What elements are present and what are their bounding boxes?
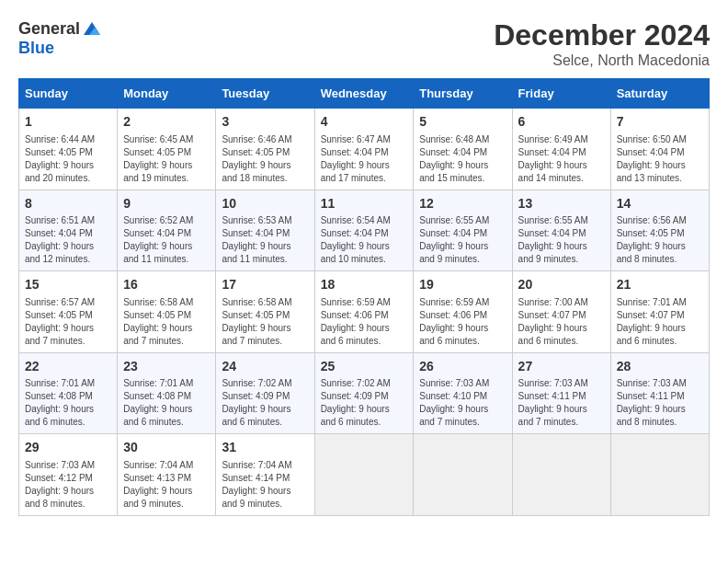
day-info: Sunrise: 7:03 AMSunset: 4:10 PMDaylight:… — [419, 377, 506, 429]
calendar-cell — [512, 434, 610, 516]
calendar-cell: 25Sunrise: 7:02 AMSunset: 4:09 PMDayligh… — [314, 352, 414, 434]
calendar-cell: 31Sunrise: 7:04 AMSunset: 4:14 PMDayligh… — [216, 434, 314, 516]
weekday-header-wednesday: Wednesday — [314, 79, 414, 109]
calendar-cell: 11Sunrise: 6:54 AMSunset: 4:04 PMDayligh… — [314, 190, 414, 271]
weekday-header-monday: Monday — [118, 79, 216, 109]
calendar-cell: 10Sunrise: 6:53 AMSunset: 4:04 PMDayligh… — [216, 190, 314, 271]
day-info: Sunrise: 6:53 AMSunset: 4:04 PMDaylight:… — [222, 214, 308, 266]
calendar-cell: 7Sunrise: 6:50 AMSunset: 4:04 PMDaylight… — [610, 109, 709, 190]
weekday-header-thursday: Thursday — [414, 79, 512, 109]
day-number: 24 — [222, 358, 308, 376]
day-number: 21 — [617, 276, 703, 294]
day-info: Sunrise: 6:48 AMSunset: 4:04 PMDaylight:… — [419, 133, 506, 185]
weekday-header-row: SundayMondayTuesdayWednesdayThursdayFrid… — [19, 79, 710, 109]
calendar-cell: 29Sunrise: 7:03 AMSunset: 4:12 PMDayligh… — [19, 434, 118, 516]
calendar-cell: 30Sunrise: 7:04 AMSunset: 4:13 PMDayligh… — [118, 434, 216, 516]
calendar-table: SundayMondayTuesdayWednesdayThursdayFrid… — [18, 78, 710, 516]
logo-general-text: General — [18, 19, 80, 39]
day-info: Sunrise: 6:57 AMSunset: 4:05 PMDaylight:… — [25, 296, 111, 348]
day-info: Sunrise: 7:02 AMSunset: 4:09 PMDaylight:… — [222, 377, 308, 429]
day-info: Sunrise: 6:56 AMSunset: 4:05 PMDaylight:… — [617, 214, 703, 266]
day-info: Sunrise: 7:01 AMSunset: 4:08 PMDaylight:… — [25, 377, 111, 429]
weekday-header-saturday: Saturday — [610, 79, 709, 109]
weekday-header-friday: Friday — [512, 79, 610, 109]
day-info: Sunrise: 7:02 AMSunset: 4:09 PMDaylight:… — [321, 377, 408, 429]
month-title: December 2024 — [494, 18, 710, 52]
logo-blue-text: Blue — [18, 39, 54, 58]
title-block: December 2024 Selce, North Macedonia — [494, 18, 710, 69]
day-number: 2 — [123, 113, 210, 132]
calendar-cell: 13Sunrise: 6:55 AMSunset: 4:04 PMDayligh… — [512, 190, 610, 271]
day-number: 31 — [222, 439, 308, 457]
day-number: 25 — [321, 358, 408, 376]
day-number: 1 — [25, 113, 111, 132]
day-number: 5 — [419, 113, 506, 132]
calendar-cell: 14Sunrise: 6:56 AMSunset: 4:05 PMDayligh… — [610, 190, 709, 271]
day-number: 19 — [419, 276, 506, 294]
day-info: Sunrise: 6:58 AMSunset: 4:05 PMDaylight:… — [222, 296, 308, 348]
calendar-cell: 21Sunrise: 7:01 AMSunset: 4:07 PMDayligh… — [610, 271, 709, 353]
day-number: 28 — [617, 358, 703, 376]
day-info: Sunrise: 7:03 AMSunset: 4:11 PMDaylight:… — [617, 377, 703, 429]
day-info: Sunrise: 7:01 AMSunset: 4:08 PMDaylight:… — [123, 377, 210, 429]
day-info: Sunrise: 7:03 AMSunset: 4:12 PMDaylight:… — [25, 459, 111, 511]
logo: General Blue — [18, 18, 102, 58]
calendar-week-row: 15Sunrise: 6:57 AMSunset: 4:05 PMDayligh… — [19, 271, 710, 353]
day-info: Sunrise: 6:44 AMSunset: 4:05 PMDaylight:… — [25, 133, 111, 185]
calendar-cell: 1Sunrise: 6:44 AMSunset: 4:05 PMDaylight… — [19, 109, 118, 190]
weekday-header-sunday: Sunday — [19, 79, 118, 109]
calendar-cell: 23Sunrise: 7:01 AMSunset: 4:08 PMDayligh… — [118, 352, 216, 434]
calendar-cell: 20Sunrise: 7:00 AMSunset: 4:07 PMDayligh… — [512, 271, 610, 353]
calendar-week-row: 29Sunrise: 7:03 AMSunset: 4:12 PMDayligh… — [19, 434, 710, 516]
calendar-cell: 3Sunrise: 6:46 AMSunset: 4:05 PMDaylight… — [216, 109, 314, 190]
day-number: 3 — [222, 113, 308, 132]
day-number: 11 — [321, 195, 408, 213]
day-info: Sunrise: 7:03 AMSunset: 4:11 PMDaylight:… — [518, 377, 605, 429]
calendar-cell: 17Sunrise: 6:58 AMSunset: 4:05 PMDayligh… — [216, 271, 314, 353]
day-info: Sunrise: 7:01 AMSunset: 4:07 PMDaylight:… — [617, 296, 703, 348]
calendar-cell: 18Sunrise: 6:59 AMSunset: 4:06 PMDayligh… — [314, 271, 414, 353]
day-number: 20 — [518, 276, 605, 294]
calendar-cell — [414, 434, 512, 516]
page-header: General Blue December 2024 Selce, North … — [18, 18, 710, 69]
day-info: Sunrise: 6:55 AMSunset: 4:04 PMDaylight:… — [518, 214, 605, 266]
day-number: 14 — [617, 195, 703, 213]
day-number: 12 — [419, 195, 506, 213]
day-info: Sunrise: 7:04 AMSunset: 4:13 PMDaylight:… — [123, 459, 210, 511]
day-info: Sunrise: 6:46 AMSunset: 4:05 PMDaylight:… — [222, 133, 308, 185]
day-number: 18 — [321, 276, 408, 294]
day-number: 22 — [25, 358, 111, 376]
calendar-cell: 27Sunrise: 7:03 AMSunset: 4:11 PMDayligh… — [512, 352, 610, 434]
day-number: 7 — [617, 113, 703, 132]
calendar-cell: 19Sunrise: 6:59 AMSunset: 4:06 PMDayligh… — [414, 271, 512, 353]
day-info: Sunrise: 6:54 AMSunset: 4:04 PMDaylight:… — [321, 214, 408, 266]
day-number: 29 — [25, 439, 111, 457]
day-number: 10 — [222, 195, 308, 213]
day-number: 16 — [123, 276, 210, 294]
calendar-cell: 16Sunrise: 6:58 AMSunset: 4:05 PMDayligh… — [118, 271, 216, 353]
calendar-cell: 28Sunrise: 7:03 AMSunset: 4:11 PMDayligh… — [610, 352, 709, 434]
day-info: Sunrise: 6:49 AMSunset: 4:04 PMDaylight:… — [518, 133, 605, 185]
calendar-cell: 9Sunrise: 6:52 AMSunset: 4:04 PMDaylight… — [118, 190, 216, 271]
calendar-week-row: 8Sunrise: 6:51 AMSunset: 4:04 PMDaylight… — [19, 190, 710, 271]
day-info: Sunrise: 7:00 AMSunset: 4:07 PMDaylight:… — [518, 296, 605, 348]
day-info: Sunrise: 6:59 AMSunset: 4:06 PMDaylight:… — [321, 296, 408, 348]
calendar-week-row: 22Sunrise: 7:01 AMSunset: 4:08 PMDayligh… — [19, 352, 710, 434]
day-number: 27 — [518, 358, 605, 376]
calendar-cell: 26Sunrise: 7:03 AMSunset: 4:10 PMDayligh… — [414, 352, 512, 434]
location-text: Selce, North Macedonia — [494, 52, 710, 69]
calendar-cell — [610, 434, 709, 516]
calendar-cell — [314, 434, 414, 516]
calendar-cell: 4Sunrise: 6:47 AMSunset: 4:04 PMDaylight… — [314, 109, 414, 190]
day-info: Sunrise: 6:47 AMSunset: 4:04 PMDaylight:… — [321, 133, 408, 185]
calendar-week-row: 1Sunrise: 6:44 AMSunset: 4:05 PMDaylight… — [19, 109, 710, 190]
day-info: Sunrise: 6:51 AMSunset: 4:04 PMDaylight:… — [25, 214, 111, 266]
day-info: Sunrise: 6:58 AMSunset: 4:05 PMDaylight:… — [123, 296, 210, 348]
day-number: 30 — [123, 439, 210, 457]
day-number: 17 — [222, 276, 308, 294]
calendar-cell: 22Sunrise: 7:01 AMSunset: 4:08 PMDayligh… — [19, 352, 118, 434]
day-info: Sunrise: 6:45 AMSunset: 4:05 PMDaylight:… — [123, 133, 210, 185]
calendar-cell: 24Sunrise: 7:02 AMSunset: 4:09 PMDayligh… — [216, 352, 314, 434]
logo-icon — [82, 18, 102, 39]
day-info: Sunrise: 6:52 AMSunset: 4:04 PMDaylight:… — [123, 214, 210, 266]
